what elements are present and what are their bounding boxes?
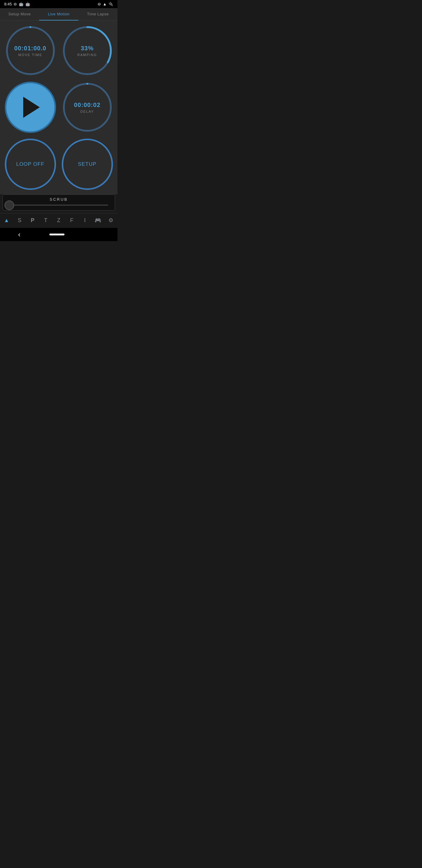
s-nav-label: S: [18, 217, 21, 224]
play-widget[interactable]: [4, 81, 57, 134]
time-display: 8:45: [4, 2, 12, 6]
nav-i[interactable]: I: [78, 216, 91, 226]
ramping-label: RAMPING: [77, 53, 97, 57]
minus-icon: ⊖: [13, 2, 17, 6]
main-grid: 00:01:00.0 MOVE TIME 33% RAMPING: [0, 21, 118, 194]
scrub-track[interactable]: [9, 205, 108, 206]
android-icon-2: 🤖: [25, 2, 30, 6]
nav-p[interactable]: P: [26, 216, 39, 226]
nav-s[interactable]: S: [13, 216, 26, 226]
setup-circle[interactable]: SETUP: [62, 138, 113, 190]
z-nav-label: Z: [57, 217, 60, 224]
settings-icon: ⚙: [108, 217, 113, 224]
android-icon: 🤖: [19, 2, 24, 6]
scrub-container: SCRUB: [2, 194, 115, 211]
wifi-nav-icon: ▲: [4, 217, 9, 224]
status-left: 8:45 ⊖ 🤖 🤖: [4, 2, 30, 6]
back-button[interactable]: ‹: [18, 230, 21, 239]
nav-f[interactable]: F: [65, 216, 78, 226]
p-nav-label: P: [31, 217, 34, 224]
move-time-value: 00:01:00.0: [14, 45, 46, 52]
system-nav: ‹: [0, 228, 118, 241]
tab-live-motion[interactable]: Live Motion: [39, 8, 78, 21]
status-right: ⊖ ▲ 🔌: [98, 2, 113, 6]
nav-z[interactable]: Z: [52, 216, 65, 226]
tab-setup-move[interactable]: Setup Move: [0, 8, 39, 20]
loop-off-circle[interactable]: LOOP OFF: [5, 138, 56, 190]
t-nav-label: T: [44, 217, 47, 224]
move-time-label: MOVE TIME: [14, 53, 46, 57]
delay-value: 00:00:02: [74, 101, 100, 108]
minus-icon-right: ⊖: [98, 2, 101, 6]
move-time-widget[interactable]: 00:01:00.0 MOVE TIME: [4, 24, 57, 77]
play-circle[interactable]: [5, 82, 56, 133]
nav-wifi[interactable]: ▲: [0, 216, 13, 226]
nav-t[interactable]: T: [39, 216, 52, 226]
bottom-nav: ▲ S P T Z F I 🎮 ⚙: [0, 213, 118, 228]
delay-widget[interactable]: 00:00:02 DELAY: [61, 81, 114, 134]
i-nav-label: I: [84, 217, 86, 224]
tab-time-lapse[interactable]: Time Lapse: [78, 8, 118, 20]
delay-label: DELAY: [74, 110, 100, 113]
scrub-thumb[interactable]: [4, 200, 14, 210]
loop-off-label: LOOP OFF: [16, 161, 44, 167]
nav-settings[interactable]: ⚙: [104, 215, 118, 226]
home-button[interactable]: [50, 234, 64, 236]
ramping-widget[interactable]: 33% RAMPING: [61, 24, 114, 77]
nav-gamepad[interactable]: 🎮: [91, 215, 104, 226]
gamepad-icon: 🎮: [95, 217, 101, 224]
battery-icon: 🔌: [108, 2, 113, 6]
setup-label: SETUP: [78, 161, 97, 167]
scrub-title: SCRUB: [6, 197, 111, 202]
play-icon: [23, 97, 40, 118]
status-bar: 8:45 ⊖ 🤖 🤖 ⊖ ▲ 🔌: [0, 0, 118, 8]
f-nav-label: F: [70, 217, 73, 224]
setup-widget[interactable]: SETUP: [61, 138, 114, 191]
tab-bar: Setup Move Live Motion Time Lapse: [0, 8, 118, 21]
ramping-value: 33%: [77, 45, 97, 52]
loop-off-widget[interactable]: LOOP OFF: [4, 138, 57, 191]
wifi-icon: ▲: [103, 2, 107, 6]
